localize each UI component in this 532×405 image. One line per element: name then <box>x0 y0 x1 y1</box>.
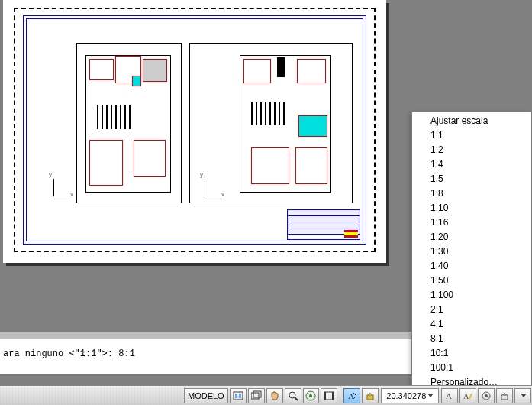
room <box>89 59 114 80</box>
ucs-x-label: x <box>70 191 73 198</box>
statusbar-tray-button[interactable] <box>514 388 531 403</box>
stair-icon <box>97 105 132 129</box>
annotation-visibility-button[interactable]: A <box>441 388 458 403</box>
model-space-button[interactable]: MODELO <box>184 388 228 403</box>
ucs-x-label: x <box>221 191 224 198</box>
ucs-y-label: y <box>49 171 52 178</box>
command-line-panel[interactable]: ara ninguno <"1:1">: 8:1 <box>0 332 411 376</box>
layout-paper[interactable]: y x y x <box>3 0 386 263</box>
scale-option[interactable]: 1:16 <box>412 215 531 230</box>
svg-rect-3 <box>251 393 259 399</box>
title-block <box>287 209 360 240</box>
annotation-auto-icon: A <box>463 390 473 401</box>
svg-rect-18 <box>501 395 508 400</box>
command-line-text: ara ninguno <"1:1">: 8:1 <box>0 339 411 359</box>
scale-option[interactable]: 1:8 <box>412 186 531 201</box>
scale-option[interactable]: 100:1 <box>412 361 531 375</box>
svg-point-8 <box>309 394 312 397</box>
svg-rect-10 <box>324 392 326 400</box>
svg-rect-13 <box>367 395 373 400</box>
annotation-lock-button[interactable] <box>362 388 379 403</box>
magnifier-icon <box>288 390 298 401</box>
scale-option[interactable]: 8:1 <box>412 332 531 346</box>
ucs-icon: y x <box>202 179 224 202</box>
annotation-scale-value: 20.340278 <box>386 391 426 400</box>
zoom-button[interactable] <box>285 388 301 403</box>
statusbar-left-area <box>0 386 183 405</box>
annotation-scale-button[interactable]: A <box>343 388 360 403</box>
room <box>143 59 167 82</box>
svg-point-5 <box>289 392 295 398</box>
ucs-icon: y x <box>50 179 73 202</box>
floorplan-1 <box>85 55 171 193</box>
floorplan-2 <box>240 55 331 193</box>
scale-option[interactable]: 1:20 <box>412 230 531 245</box>
scale-option[interactable]: 1:5 <box>412 172 531 186</box>
shaft <box>277 57 285 77</box>
annotation-autoscale-button[interactable]: A <box>459 388 476 403</box>
layout-drawings-icon <box>251 390 262 401</box>
scale-option[interactable]: 1:50 <box>412 274 531 288</box>
workspace-switch-button[interactable] <box>478 388 495 403</box>
chevron-down-icon <box>521 394 527 397</box>
wheel-icon <box>305 390 316 401</box>
lock-icon <box>365 390 376 401</box>
showmotion-button[interactable] <box>321 388 337 403</box>
scale-option[interactable]: 1:2 <box>412 143 531 157</box>
annotation-visibility-icon: A <box>444 390 455 401</box>
status-bar: MODELO A 20.340278 A A <box>0 385 532 405</box>
room <box>243 59 271 83</box>
svg-line-6 <box>295 397 298 400</box>
svg-rect-4 <box>253 391 261 397</box>
chevron-down-icon <box>427 394 434 397</box>
flag-icon <box>344 230 358 238</box>
scale-option[interactable]: 2:1 <box>412 303 531 317</box>
model-space-label: MODELO <box>188 391 224 400</box>
room <box>89 140 123 186</box>
layout-quickview-button[interactable] <box>230 388 247 403</box>
room <box>295 147 327 184</box>
ucs-y-label: y <box>200 171 203 178</box>
svg-text:A: A <box>446 391 452 400</box>
scale-menu-title[interactable]: Ajustar escala <box>412 114 531 128</box>
room <box>251 147 289 184</box>
svg-text:A: A <box>348 391 354 400</box>
svg-rect-0 <box>234 392 243 400</box>
scale-option[interactable]: 10:1 <box>412 346 531 361</box>
room <box>134 140 166 177</box>
scale-option[interactable]: 1:30 <box>412 245 531 259</box>
stair-icon <box>251 102 286 125</box>
scale-option[interactable]: 4:1 <box>412 317 531 332</box>
scale-menu[interactable]: Ajustar escala 1:1 1:2 1:4 1:5 1:8 1:10 … <box>411 112 532 405</box>
steering-wheel-button[interactable] <box>303 388 320 403</box>
toolbar-lock-button[interactable] <box>496 388 513 403</box>
layout-quickview-drawings-button[interactable] <box>248 388 265 403</box>
scale-option[interactable]: 1:40 <box>412 259 531 274</box>
svg-rect-11 <box>332 392 334 400</box>
fixture <box>132 76 141 86</box>
svg-text:A: A <box>463 392 469 400</box>
gear-icon <box>481 390 492 401</box>
scale-option[interactable]: 1:4 <box>412 157 531 172</box>
svg-rect-2 <box>239 394 241 398</box>
film-icon <box>324 390 334 401</box>
svg-point-17 <box>485 394 488 397</box>
scale-option[interactable]: 1:10 <box>412 201 531 215</box>
annotation-scale-field[interactable]: 20.340278 <box>381 388 439 403</box>
padlock-icon <box>499 390 510 401</box>
scale-option[interactable]: 1:100 <box>412 288 531 303</box>
svg-rect-1 <box>235 394 237 398</box>
hand-icon <box>269 390 280 401</box>
layout-icon <box>233 390 243 401</box>
fixture <box>298 115 327 137</box>
room <box>297 59 326 83</box>
annotation-scale-icon: A <box>347 390 357 401</box>
scale-option[interactable]: 1:1 <box>412 128 531 143</box>
pan-button[interactable] <box>266 388 283 403</box>
